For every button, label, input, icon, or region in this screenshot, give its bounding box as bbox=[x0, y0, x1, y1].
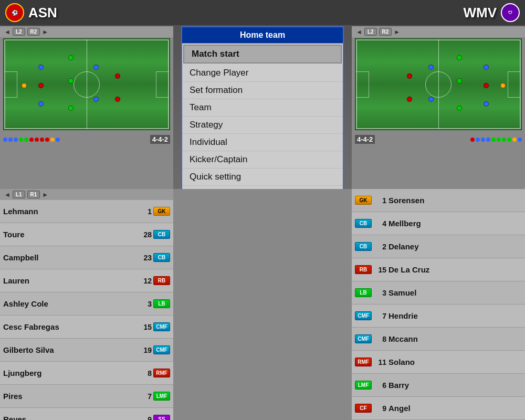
left-pitch-container bbox=[3, 38, 170, 133]
left-pitch-dot-1 bbox=[38, 65, 44, 70]
left-player-row-4[interactable]: Ashley Cole 3 LB bbox=[0, 292, 173, 316]
left-player-pos-7: RMF bbox=[153, 369, 170, 377]
right-dot-1 bbox=[476, 138, 480, 142]
left-player-number-2: 23 bbox=[139, 254, 152, 262]
right-player-row-9[interactable]: CF 9 Angel bbox=[352, 397, 525, 420]
right-player-number-5: 7 bbox=[374, 312, 386, 320]
right-player-number-3: 15 bbox=[374, 266, 386, 274]
left-player-number-4: 3 bbox=[139, 300, 152, 308]
right-r2-button[interactable]: R2 bbox=[379, 28, 392, 36]
menu-item-2[interactable]: Set formation bbox=[182, 82, 343, 99]
right-player-row-0[interactable]: GK 1 Sorensen bbox=[352, 189, 525, 212]
l2-button[interactable]: L2 bbox=[13, 28, 25, 36]
right-player-number-9: 9 bbox=[374, 404, 386, 413]
left-pitch-dot-7 bbox=[93, 65, 99, 70]
right-player-number-0: 1 bbox=[374, 196, 386, 205]
l1-button[interactable]: L1 bbox=[13, 191, 25, 198]
left-pitch bbox=[3, 38, 170, 130]
arsenal-logo-icon: ⚽ bbox=[5, 3, 24, 22]
left-dot-0 bbox=[3, 138, 7, 142]
left-player-pos-6: CMF bbox=[153, 345, 170, 354]
r2-button[interactable]: R2 bbox=[27, 28, 40, 36]
left-player-row-7[interactable]: Ljungberg 8 RMF bbox=[0, 362, 173, 385]
right-player-row-7[interactable]: RMF 11 Solano bbox=[352, 351, 525, 374]
right-team-header: 🛡 WMV bbox=[463, 3, 520, 22]
right-dot-5 bbox=[497, 138, 501, 142]
right-player-name-7: Solano bbox=[388, 358, 522, 366]
right-pitch-dot-1 bbox=[484, 65, 489, 70]
right-player-pos-6: CMF bbox=[355, 334, 372, 343]
left-player-name-1: Toure bbox=[3, 230, 139, 239]
left-player-number-7: 8 bbox=[139, 369, 152, 377]
center-spacer bbox=[173, 189, 352, 420]
left-formation-bar: 4-4-2 bbox=[0, 134, 173, 145]
left-player-row-8[interactable]: Pires 7 LMF bbox=[0, 385, 173, 408]
right-dot-0 bbox=[470, 138, 475, 142]
right-player-pos-0: GK bbox=[355, 196, 372, 205]
right-pitch-dot-8 bbox=[428, 97, 434, 102]
menu-item-7[interactable]: Quick setting bbox=[182, 169, 343, 186]
left-player-name-4: Ashley Cole bbox=[3, 299, 139, 308]
right-player-row-2[interactable]: CB 2 Delaney bbox=[352, 235, 525, 258]
left-player-pos-5: CMF bbox=[153, 322, 170, 331]
menu-item-0[interactable]: Match start bbox=[183, 45, 342, 64]
left-player-number-1: 28 bbox=[139, 230, 152, 239]
right-player-name-5: Hendrie bbox=[388, 311, 522, 320]
left-player-pos-8: LMF bbox=[153, 392, 170, 401]
left-player-row-5[interactable]: Cesc Fabregas 15 CMF bbox=[0, 316, 173, 339]
left-player-name-0: Lehmann bbox=[3, 207, 139, 216]
center-panel: Home team Match startChange PlayerSet fo… bbox=[173, 26, 352, 189]
left-dot-indicators bbox=[3, 138, 60, 142]
left-players-container: Lehmann 1 GK Toure 28 CB Campbell 23 CB … bbox=[0, 200, 173, 420]
right-player-pos-1: CB bbox=[355, 219, 372, 228]
left-panel-top: ◄ L2 R2 ► 4-4-2 bbox=[0, 26, 173, 189]
r1-button[interactable]: R1 bbox=[27, 191, 40, 198]
left-player-row-0[interactable]: Lehmann 1 GK bbox=[0, 200, 173, 223]
left-player-name-8: Pires bbox=[3, 392, 139, 401]
left-player-row-3[interactable]: Lauren 12 RB bbox=[0, 269, 173, 292]
left-dot-3 bbox=[19, 138, 23, 142]
right-formation-bar: 4-4-2 bbox=[352, 134, 525, 145]
left-player-name-3: Lauren bbox=[3, 276, 139, 285]
left-player-row-6[interactable]: Gilberto Silva 19 CMF bbox=[0, 339, 173, 362]
left-player-row-1[interactable]: Toure 28 CB bbox=[0, 223, 173, 246]
left-player-pos-4: LB bbox=[153, 299, 170, 308]
left-nav-row: ◄ L2 R2 ► bbox=[0, 26, 173, 37]
left-dot-10 bbox=[56, 138, 60, 142]
right-players-container: GK 1 Sorensen CB 4 Mellberg CB 2 Delaney… bbox=[352, 189, 525, 420]
left-player-pos-3: RB bbox=[153, 276, 170, 285]
left-player-row-9[interactable]: Reyes 9 SS bbox=[0, 408, 173, 420]
right-dot-6 bbox=[502, 138, 506, 142]
right-player-row-1[interactable]: CB 4 Mellberg bbox=[352, 212, 525, 235]
right-player-row-8[interactable]: LMF 6 Barry bbox=[352, 374, 525, 397]
menu-item-5[interactable]: Individual bbox=[182, 134, 343, 151]
left-player-number-8: 7 bbox=[139, 392, 152, 401]
left-dot-6 bbox=[35, 138, 39, 142]
right-dot-8 bbox=[512, 138, 517, 142]
left-team-name: ASN bbox=[28, 5, 57, 21]
menu-item-3[interactable]: Team bbox=[182, 99, 343, 117]
right-player-row-3[interactable]: RB 15 De La Cruz bbox=[352, 258, 525, 281]
right-player-name-2: Delaney bbox=[388, 242, 522, 251]
right-player-row-6[interactable]: CMF 8 Mccann bbox=[352, 328, 525, 351]
main-container: ⚽ ASN 🛡 WMV ◄ L2 R2 ► bbox=[0, 0, 525, 420]
right-pitch-dot-0 bbox=[500, 83, 506, 88]
right-player-row-4[interactable]: LB 3 Samuel bbox=[352, 281, 525, 304]
menu-item-1[interactable]: Change Player bbox=[182, 65, 343, 82]
menu-item-4[interactable]: Strategy bbox=[182, 117, 343, 134]
left-dot-4 bbox=[24, 138, 28, 142]
left-pitch-dot-6 bbox=[68, 106, 74, 111]
right-pitch-dot-3 bbox=[484, 83, 489, 88]
right-l2-button[interactable]: L2 bbox=[364, 28, 377, 36]
left-player-pos-2: CB bbox=[153, 253, 170, 262]
right-pitch-dot-9 bbox=[407, 74, 412, 79]
left-formation-text: 4-4-2 bbox=[150, 135, 170, 144]
right-player-number-2: 2 bbox=[374, 243, 386, 251]
right-pitch-dot-4 bbox=[457, 55, 462, 60]
menu-item-6[interactable]: Kicker/Captain bbox=[182, 151, 343, 169]
goal-left-right-pitch bbox=[356, 71, 369, 98]
left-player-row-2[interactable]: Campbell 23 CB bbox=[0, 246, 173, 269]
left-pitch-dot-4 bbox=[68, 55, 74, 60]
right-player-row-5[interactable]: CMF 7 Hendrie bbox=[352, 304, 525, 328]
right-nav-row: ◄ L2 R2 ► bbox=[352, 26, 525, 37]
